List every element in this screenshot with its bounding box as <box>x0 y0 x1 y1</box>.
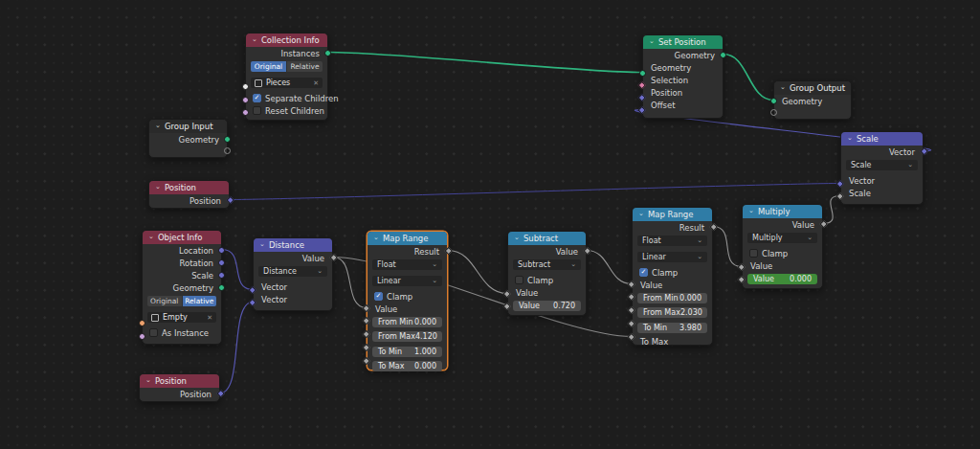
close-icon[interactable]: ✕ <box>313 79 319 87</box>
node-subtract[interactable]: ⌄SubtractValueSubtract⌄ClampValueValue0.… <box>507 231 587 316</box>
checkbox-separate-children[interactable]: ✓Separate Children <box>246 92 327 104</box>
node-header[interactable]: ⌄Multiply <box>743 205 822 218</box>
geometry-socket[interactable] <box>770 98 777 104</box>
node-header[interactable]: ⌄Object Info <box>143 231 221 244</box>
dropdown-scale[interactable]: Scale⌄ <box>846 160 918 170</box>
number-field-from_min[interactable]: From Min0.000 <box>637 293 707 303</box>
as_instance-socket[interactable] <box>139 333 145 340</box>
button-original[interactable]: Original <box>251 61 286 72</box>
button-relative[interactable]: Relative <box>183 296 217 306</box>
chevron-down-icon[interactable]: ⌄ <box>697 253 702 260</box>
collapse-chevron-icon[interactable]: ⌄ <box>373 234 379 241</box>
node-distance[interactable]: ⌄DistanceValueDistance⌄VectorVector <box>253 237 333 311</box>
button-relative[interactable]: Relative <box>287 61 323 72</box>
object-socket[interactable] <box>139 320 145 326</box>
node-set-position[interactable]: ⌄Set PositionGeometryGeometrySelectionPo… <box>642 34 724 119</box>
chevron-down-icon[interactable]: ⌄ <box>432 277 437 284</box>
node-editor-canvas[interactable]: ⌄Collection InfoInstancesOriginalRelativ… <box>0 0 980 449</box>
separate_children-socket[interactable] <box>242 97 249 103</box>
number-field-from_max[interactable]: From Max4.120 <box>372 331 442 342</box>
geometry-socket[interactable] <box>224 136 231 143</box>
node-position-bottom[interactable]: ⌄PositionPosition <box>139 373 220 402</box>
collection-socket[interactable] <box>242 83 249 90</box>
node-header[interactable]: ⌄Group Output <box>774 81 851 95</box>
dropdown-float[interactable]: Float⌄ <box>637 236 707 246</box>
node-header[interactable]: ⌄Scale <box>841 132 923 146</box>
rotation-socket[interactable] <box>218 259 225 266</box>
node-group-output[interactable]: ⌄Group OutputGeometry <box>773 80 852 120</box>
virtual-socket[interactable] <box>224 147 231 154</box>
chevron-down-icon[interactable]: ⌄ <box>807 234 813 241</box>
chevron-down-icon[interactable]: ⌄ <box>317 267 323 275</box>
node-object-info[interactable]: ⌄Object InfoLocationRotationScaleGeometr… <box>142 230 222 345</box>
dropdown-multiply[interactable]: Multiply⌄ <box>747 233 817 243</box>
reset_children-socket[interactable] <box>242 109 249 116</box>
scale-socket[interactable] <box>218 272 225 279</box>
checkbox-reset-children[interactable]: Reset Children <box>246 104 327 117</box>
node-header[interactable]: ⌄Position <box>140 374 219 388</box>
dropdown-float[interactable]: Float⌄ <box>372 259 442 270</box>
node-header[interactable]: ⌄Map Range <box>633 208 712 221</box>
chevron-down-icon[interactable]: ⌄ <box>570 260 576 268</box>
collapse-chevron-icon[interactable]: ⌄ <box>847 134 853 142</box>
node-map-range-1[interactable]: ⌄Map RangeResultFloat⌄Linear⌄✓ClampValue… <box>367 231 448 370</box>
dropdown-distance[interactable]: Distance⌄ <box>258 266 327 277</box>
checkbox-box[interactable] <box>749 249 758 258</box>
node-group-input[interactable]: ⌄Group InputGeometry <box>148 119 228 158</box>
close-icon[interactable]: ✕ <box>207 314 212 322</box>
geometry-socket[interactable] <box>218 284 225 291</box>
node-scale[interactable]: ⌄ScaleVectorScale⌄VectorScale <box>840 131 924 205</box>
checkbox-box[interactable]: ✓ <box>253 94 261 102</box>
node-header[interactable]: ⌄Set Position <box>643 35 723 49</box>
checkbox-box[interactable] <box>253 106 261 115</box>
prop-field-object[interactable]: Empty✕ <box>147 312 216 323</box>
checkbox-clamp[interactable]: Clamp <box>743 247 822 259</box>
node-header[interactable]: ⌄Collection Info <box>246 34 327 47</box>
location-socket[interactable] <box>218 247 225 254</box>
collapse-chevron-icon[interactable]: ⌄ <box>514 234 520 241</box>
node-collection-info[interactable]: ⌄Collection InfoInstancesOriginalRelativ… <box>245 33 328 121</box>
number-field-to_min[interactable]: To Min1.000 <box>372 347 442 357</box>
number-field-from_min[interactable]: From Min0.000 <box>372 317 442 327</box>
number-field-to_min[interactable]: To Min3.980 <box>637 323 707 333</box>
prop-field-collection[interactable]: Pieces✕ <box>251 78 323 88</box>
number-field-value2[interactable]: Value0.000 <box>747 274 817 284</box>
dropdown-linear[interactable]: Linear⌄ <box>372 276 442 286</box>
node-header[interactable]: ⌄Group Input <box>149 120 227 133</box>
number-field-value2[interactable]: Value0.720 <box>513 301 581 311</box>
dropdown-linear[interactable]: Linear⌄ <box>637 252 707 262</box>
geometry_out-socket[interactable] <box>720 52 726 58</box>
node-header[interactable]: ⌄Subtract <box>508 232 586 245</box>
checkbox-box[interactable]: ✓ <box>639 268 648 277</box>
checkbox-box[interactable] <box>149 328 158 337</box>
checkbox-clamp[interactable]: ✓Clamp <box>633 266 712 279</box>
node-map-range-2[interactable]: ⌄Map RangeResultFloat⌄Linear⌄✓ClampValue… <box>632 207 713 346</box>
number-field-from_max[interactable]: From Max2.030 <box>637 307 707 318</box>
collapse-chevron-icon[interactable]: ⌄ <box>155 183 161 191</box>
node-header[interactable]: ⌄Map Range <box>368 232 447 245</box>
collapse-chevron-icon[interactable]: ⌄ <box>748 207 754 214</box>
collapse-chevron-icon[interactable]: ⌄ <box>638 210 644 217</box>
chevron-down-icon[interactable]: ⌄ <box>697 236 702 244</box>
node-multiply[interactable]: ⌄MultiplyValueMultiply⌄ClampValueValue0.… <box>742 204 823 289</box>
collapse-chevron-icon[interactable]: ⌄ <box>155 122 161 129</box>
number-field-to_max[interactable]: To Max0.000 <box>372 361 442 371</box>
checkbox-clamp[interactable]: ✓Clamp <box>368 290 447 303</box>
collapse-chevron-icon[interactable]: ⌄ <box>649 37 655 45</box>
node-header[interactable]: ⌄Distance <box>254 238 332 252</box>
virtual-socket[interactable] <box>770 109 777 116</box>
geometry_in-socket[interactable] <box>639 70 646 77</box>
button-original[interactable]: Original <box>147 296 182 306</box>
collapse-chevron-icon[interactable]: ⌄ <box>259 240 265 248</box>
collapse-chevron-icon[interactable]: ⌄ <box>145 376 151 384</box>
collapse-chevron-icon[interactable]: ⌄ <box>780 83 786 91</box>
collapse-chevron-icon[interactable]: ⌄ <box>252 35 257 43</box>
checkbox-clamp[interactable]: Clamp <box>508 274 586 286</box>
checkbox-box[interactable]: ✓ <box>374 292 383 301</box>
checkbox-box[interactable] <box>515 276 523 284</box>
node-position-top[interactable]: ⌄PositionPosition <box>148 180 230 209</box>
dropdown-subtract[interactable]: Subtract⌄ <box>513 259 581 270</box>
checkbox-as-instance[interactable]: As Instance <box>143 326 221 339</box>
node-header[interactable]: ⌄Position <box>149 181 229 194</box>
collapse-chevron-icon[interactable]: ⌄ <box>148 233 154 240</box>
